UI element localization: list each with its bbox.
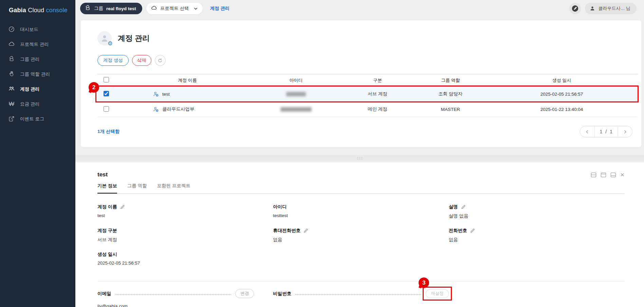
create-account-button[interactable]: 계정 생성	[97, 55, 129, 66]
hand-icon	[8, 71, 15, 78]
credential-empty-cell	[449, 289, 624, 307]
logo[interactable]: Gabia Cloud console	[0, 0, 75, 14]
field-value: 설명 없음	[449, 213, 624, 219]
sidebar-item-billing[interactable]: ₩ 요금 관리	[0, 97, 75, 112]
gabia-cloud-console: Gabia Cloud console 대시보드 프로젝트 관리 그룹 관리 그…	[0, 0, 644, 307]
panel-split-top-icon[interactable]	[601, 172, 606, 177]
user-name: 클라우드사… 님	[598, 5, 630, 12]
detail-fields: 계정 이름 test 아이디 testtest 설명 설명 없음	[97, 204, 624, 266]
panel-window-controls: ×	[591, 171, 624, 178]
row-checkbox[interactable]	[104, 106, 109, 112]
account-type: 메인 계정	[340, 106, 415, 112]
delete-button[interactable]: 삭제	[132, 55, 151, 66]
table-header: 계정 이름 아이디 구분 그룹 역할 생성 일시	[97, 74, 637, 87]
sidebar-item-event-log[interactable]: 이벤트 로그	[0, 112, 75, 127]
password-section: 비밀번호 3 재설정	[273, 289, 448, 307]
event-log-icon	[8, 115, 15, 123]
page-title-row: ⚙ 계정 관리	[97, 31, 637, 45]
field-account-name: 계정 이름 test	[97, 204, 273, 219]
created-at: 2025-01-22 13:40:04	[486, 107, 637, 112]
account-name: 클라우드사업부	[162, 106, 195, 112]
cloud-icon	[8, 41, 15, 49]
sidebar-item-label: 그룹 관리	[20, 56, 40, 62]
column-header-created: 생성 일시	[486, 77, 637, 83]
password-label: 비밀번호	[273, 291, 291, 297]
logo-console: console	[46, 7, 67, 14]
sidebar-item-label: 프로젝트 관리	[20, 41, 49, 47]
change-email-button[interactable]: 변경	[235, 289, 254, 298]
logo-cloud: Cloud	[28, 7, 44, 14]
column-header-type: 구분	[340, 77, 415, 83]
field-label: 아이디	[273, 204, 287, 210]
group-pill-prefix: 그룹	[94, 5, 103, 12]
refresh-button[interactable]	[155, 55, 166, 66]
select-all-checkbox[interactable]	[104, 77, 109, 82]
tab-group-role[interactable]: 그룹 역할	[127, 183, 147, 193]
reset-password-button[interactable]: 재설정	[426, 289, 449, 298]
sidebar-item-groups[interactable]: 그룹 관리	[0, 52, 75, 67]
chevron-down-icon	[194, 6, 198, 11]
project-selector-pill[interactable]: 프로젝트 선택	[146, 3, 203, 14]
edit-pencil-icon[interactable]	[120, 205, 125, 209]
edit-pencil-icon[interactable]	[461, 205, 466, 209]
cloud-group-icon	[85, 5, 91, 12]
masked-account-id	[286, 92, 306, 96]
person-check-icon	[153, 106, 159, 113]
breadcrumb[interactable]: 계정 관리	[210, 5, 230, 12]
page-indicator: 1 / 1	[594, 126, 618, 137]
group-selector-pill[interactable]: 그룹 real floyd test	[80, 3, 142, 14]
prev-page-button[interactable]	[580, 126, 594, 137]
table-row-test[interactable]: 2 test 서브 계정 조회 담당자 2025-02-05 21:56:57	[97, 87, 637, 102]
field-phone: 전화번호 없음	[449, 228, 624, 243]
email-section: 이메일 변경 ljy@gabia.com	[97, 289, 273, 307]
next-page-button[interactable]	[618, 126, 632, 137]
field-account-type: 계정 구분 서브 계정	[97, 228, 273, 243]
sidebar-item-label: 그룹 역할 관리	[20, 71, 50, 77]
selected-count: 1개 선택함	[97, 129, 119, 135]
credential-section: 이메일 변경 ljy@gabia.com 비밀번호 3 재설정	[97, 289, 624, 307]
panel-resize-splitter[interactable]	[75, 155, 644, 161]
field-created-at: 생성 일시 2025-02-05 21:56:57	[97, 251, 273, 266]
user-menu[interactable]: 클라우드사… 님	[585, 3, 637, 14]
field-label: 계정 구분	[97, 228, 117, 234]
panel-split-middle-icon[interactable]	[591, 172, 596, 177]
table-row-cloud-division[interactable]: 클라우드사업부 메인 계정 MASTER 2025-01-22 13:40:04	[97, 102, 637, 117]
sidebar-item-label: 대시보드	[20, 26, 38, 33]
panel-split-bottom-icon[interactable]	[610, 172, 616, 177]
account-type: 서브 계정	[340, 91, 415, 97]
person-check-icon	[153, 91, 159, 97]
cloud-group-icon	[8, 56, 15, 63]
close-panel-icon[interactable]: ×	[620, 171, 624, 178]
created-at: 2025-02-05 21:56:57	[486, 92, 637, 97]
field-label: 설명	[449, 204, 458, 210]
sidebar-item-accounts[interactable]: 계정 관리	[0, 82, 75, 97]
field-value: testtest	[273, 213, 448, 218]
field-value: 없음	[273, 237, 448, 243]
row-checkbox[interactable]	[104, 91, 109, 96]
email-value: ljy@gabia.com	[97, 304, 254, 307]
gear-icon: ⚙	[108, 41, 113, 46]
sidebar-item-group-roles[interactable]: 그룹 역할 관리	[0, 67, 75, 82]
panel-header: test ×	[97, 171, 624, 178]
group-role: 조회 담당자	[415, 91, 486, 97]
edit-pencil-icon[interactable]	[470, 228, 475, 233]
tab-basic-info[interactable]: 기본 정보	[97, 183, 117, 194]
sidebar-item-dashboard[interactable]: 대시보드	[0, 22, 75, 37]
list-actions: 계정 생성 삭제	[97, 55, 637, 66]
panel-tabs: 기본 정보 그룹 역할 포함된 프로젝트	[97, 183, 624, 194]
tab-included-projects[interactable]: 포함된 프로젝트	[157, 183, 190, 193]
account-gear-icon: ⚙	[97, 31, 112, 45]
edit-pencil-icon[interactable]	[303, 228, 308, 233]
logo-brand: Gabia	[9, 7, 26, 14]
column-header-role: 그룹 역할	[415, 77, 486, 83]
pagination: 1 / 1	[580, 126, 632, 137]
current-page: 1	[600, 129, 603, 134]
topbar: 그룹 real floyd test 프로젝트 선택 계정 관리 클라우드사… …	[75, 0, 644, 17]
field-label: 전화번호	[449, 228, 467, 234]
page-title: 계정 관리	[118, 33, 150, 43]
person-icon	[590, 6, 595, 11]
feedback-button[interactable]	[569, 3, 581, 14]
annotation-step-badge: 3	[419, 277, 429, 288]
sidebar: Gabia Cloud console 대시보드 프로젝트 관리 그룹 관리 그…	[0, 0, 75, 307]
sidebar-item-projects[interactable]: 프로젝트 관리	[0, 37, 75, 52]
